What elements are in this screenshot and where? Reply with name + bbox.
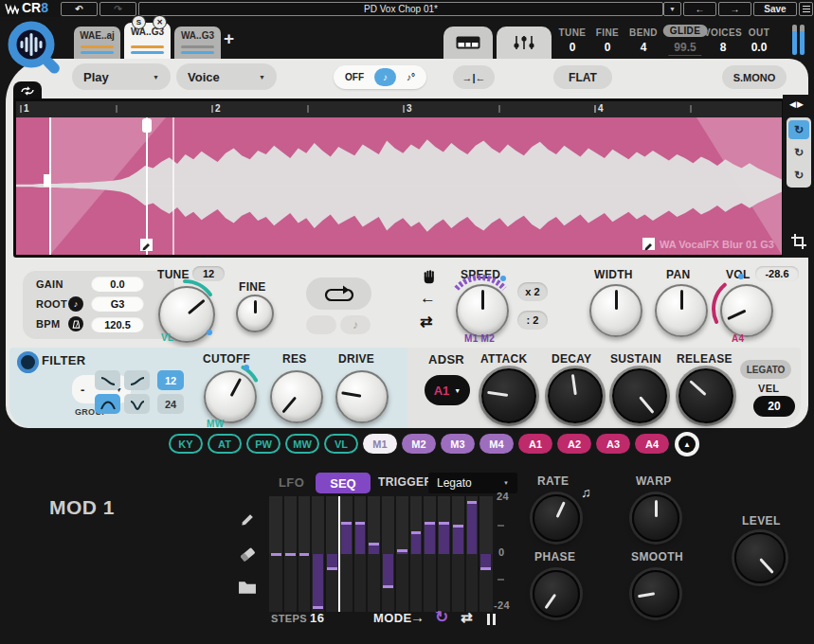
- seq-step-bar[interactable]: [369, 543, 379, 554]
- warp-mode-tab[interactable]: [13, 81, 42, 100]
- global-tune-value[interactable]: 0: [570, 41, 576, 54]
- redo-button[interactable]: ↷: [99, 2, 136, 16]
- mod-tab-a2[interactable]: A2: [557, 434, 591, 454]
- speed-mult-button[interactable]: x 2: [517, 282, 548, 301]
- waveform-editor[interactable]: 1234 WA VocalFX Blur 01 G3: [13, 98, 785, 258]
- mod-tab-at[interactable]: AT: [208, 434, 242, 454]
- stereo-mono-button[interactable]: S.MONO: [722, 65, 787, 89]
- loop-mode-button[interactable]: [306, 277, 371, 310]
- h-zoom-control[interactable]: ◀▶: [789, 99, 805, 109]
- seq-tab[interactable]: SEQ: [316, 473, 371, 493]
- global-glide-value[interactable]: 99.5: [668, 41, 701, 56]
- tab-mixer-view[interactable]: [497, 27, 552, 59]
- sync-option-off[interactable]: OFF: [336, 68, 372, 86]
- pan-knob[interactable]: [655, 284, 708, 337]
- filter-slope-12-button[interactable]: 12: [157, 370, 184, 390]
- rate-sync-icon[interactable]: ♫: [581, 485, 591, 500]
- mod-tab-m3[interactable]: M3: [441, 434, 475, 454]
- root-value[interactable]: G3: [91, 295, 144, 312]
- mod-tab-a1[interactable]: A1: [518, 434, 552, 454]
- mod-tab-m4[interactable]: M4: [479, 434, 514, 454]
- cutoff-knob[interactable]: [204, 370, 257, 423]
- pingpong-icon[interactable]: ⇄: [420, 313, 432, 331]
- seq-step-bar[interactable]: [341, 522, 352, 554]
- mod-tab-mw[interactable]: MW: [285, 434, 319, 454]
- loop-sub-button-1[interactable]: [306, 315, 336, 334]
- mod-tab-vl[interactable]: VL: [324, 434, 358, 454]
- tune-value[interactable]: 12: [192, 266, 225, 281]
- start-marker-handle[interactable]: [44, 174, 51, 187]
- preset-dropdown-button[interactable]: ▼: [663, 2, 681, 16]
- add-sample-tab-button[interactable]: +: [224, 28, 234, 49]
- tab-close-badge[interactable]: ✕: [153, 15, 167, 29]
- loop-sync-button[interactable]: ♪: [340, 315, 371, 334]
- sync-option-note[interactable]: ♪: [374, 68, 396, 86]
- fade-marker-handle[interactable]: [142, 118, 152, 133]
- play-mode-dropdown[interactable]: Play▼: [72, 63, 171, 90]
- seq-step-bar[interactable]: [271, 553, 281, 556]
- preset-name-field[interactable]: PD Vox Chop 01*: [138, 2, 663, 16]
- reverse-icon[interactable]: ←: [420, 289, 436, 308]
- gain-value[interactable]: 0.0: [91, 276, 144, 292]
- sample-tab-1[interactable]: WAE..aj: [74, 27, 120, 59]
- draw-tool-button[interactable]: [240, 510, 257, 528]
- loop-tool-button-1[interactable]: ↻: [788, 120, 809, 139]
- loop-tool-button-3[interactable]: ↻: [788, 166, 809, 185]
- seq-step-bar[interactable]: [355, 522, 366, 554]
- root-note-icon[interactable]: ♪: [68, 296, 83, 312]
- vel-value[interactable]: 20: [753, 396, 795, 417]
- bpm-value[interactable]: 120.5: [91, 316, 144, 332]
- mod-tab-a4[interactable]: A4: [635, 434, 669, 454]
- undo-button[interactable]: ↶: [61, 2, 98, 16]
- filter-type-bandpass[interactable]: [95, 394, 120, 414]
- prev-preset-button[interactable]: ←: [683, 2, 716, 16]
- seq-step-bar[interactable]: [411, 531, 422, 554]
- seq-step-bar[interactable]: [453, 525, 463, 554]
- sample-tab-3[interactable]: WA..G3: [174, 27, 221, 59]
- tab-solo-badge[interactable]: S: [132, 15, 146, 29]
- next-preset-button[interactable]: →: [718, 2, 751, 16]
- smooth-knob[interactable]: [632, 570, 679, 617]
- preset-shapes-button[interactable]: [238, 580, 257, 595]
- mod-tab-m1[interactable]: M1: [363, 434, 397, 454]
- vol-value[interactable]: -28.6: [755, 266, 799, 281]
- filter-type-lowpass[interactable]: [95, 370, 120, 390]
- seq-step-bar[interactable]: [397, 549, 407, 554]
- mod-tab-a3[interactable]: A3: [596, 434, 630, 454]
- global-voices-value[interactable]: 8: [720, 41, 727, 54]
- seq-step-bar[interactable]: [425, 522, 435, 554]
- seq-step-bar[interactable]: [299, 553, 310, 556]
- decay-knob[interactable]: [548, 368, 603, 423]
- mod-tab-pw[interactable]: PW: [246, 434, 280, 454]
- mod-tab-m2[interactable]: M2: [402, 434, 436, 454]
- voice-mode-dropdown[interactable]: Voice▼: [176, 63, 277, 90]
- mode-once-button[interactable]: [485, 612, 497, 629]
- sustain-knob[interactable]: [612, 368, 667, 423]
- legato-button[interactable]: LEGATO: [740, 360, 791, 379]
- seq-step-bar[interactable]: [327, 554, 337, 570]
- waveform-ruler[interactable]: 1234: [16, 101, 782, 117]
- eject-button[interactable]: ▲: [675, 432, 699, 456]
- hand-drag-icon[interactable]: [422, 268, 436, 284]
- seq-step-bar[interactable]: [439, 522, 449, 554]
- lfo-tab[interactable]: LFO: [279, 475, 304, 490]
- crop-tool-button[interactable]: [790, 233, 807, 250]
- menu-button[interactable]: [799, 2, 813, 16]
- phase-knob[interactable]: [533, 570, 580, 617]
- filter-enable-toggle[interactable]: [17, 351, 39, 373]
- width-knob[interactable]: [589, 284, 642, 337]
- filter-slope-24-button[interactable]: 24: [157, 394, 184, 414]
- seq-step-bar[interactable]: [383, 554, 393, 588]
- waveform-display[interactable]: [16, 117, 782, 255]
- tab-keyboard-view[interactable]: [443, 27, 493, 59]
- vol-knob[interactable]: [720, 284, 773, 337]
- speed-div-button[interactable]: : 2: [517, 311, 548, 330]
- global-bend-value[interactable]: 4: [641, 41, 647, 54]
- warp-knob[interactable]: [632, 494, 679, 542]
- trim-button[interactable]: →|←: [453, 65, 495, 89]
- metronome-icon[interactable]: [68, 316, 83, 331]
- rate-knob[interactable]: [533, 494, 580, 542]
- filter-type-notch[interactable]: [124, 394, 150, 414]
- res-knob[interactable]: [270, 370, 323, 423]
- rename-badge[interactable]: [642, 238, 655, 250]
